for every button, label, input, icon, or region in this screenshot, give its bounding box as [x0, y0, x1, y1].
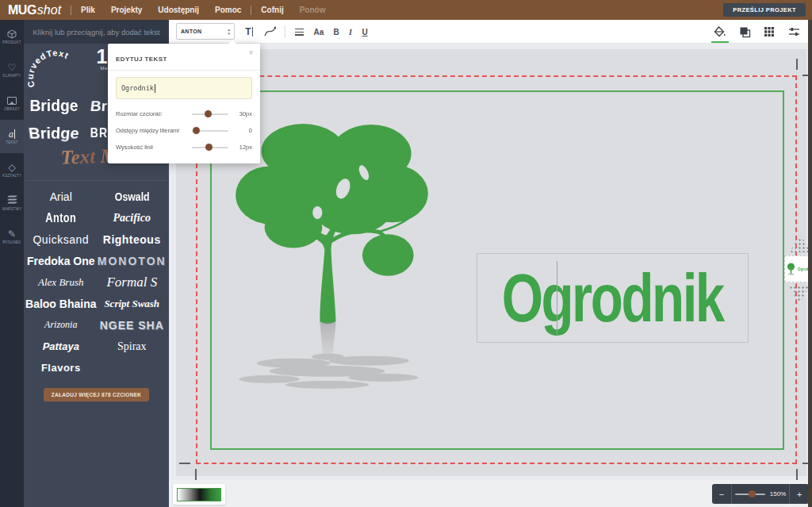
bold-button[interactable]: B [329, 24, 343, 40]
sidebar-item-ksztalty[interactable]: ◇ KSZTAŁTY [0, 153, 24, 186]
slider-thumb[interactable] [193, 127, 200, 134]
font-arial[interactable]: Arial [25, 186, 97, 207]
sidebar-item-rysunek[interactable]: ✎ RYSUNEK [0, 220, 24, 253]
font-fredoka-one[interactable]: Fredoka One [25, 250, 97, 271]
zoom-slider-thumb[interactable] [749, 490, 756, 497]
sidebar-item-kliparty[interactable]: ♡ KLIPARTY [0, 53, 24, 86]
curve-icon [264, 26, 276, 37]
menu-pomoc[interactable]: Pomoc [215, 6, 241, 14]
font-righteous[interactable]: Righteous [97, 229, 168, 250]
italic-button[interactable]: I [344, 24, 357, 40]
font-formal-script[interactable]: Formal S [97, 271, 168, 293]
line-height-slider[interactable] [192, 147, 228, 148]
image-icon [7, 95, 17, 106]
sidebar-item-obrazy[interactable]: OBRAZY [0, 86, 24, 120]
slider-thumb[interactable] [205, 144, 213, 151]
menu-projekty[interactable]: Projekty [111, 6, 142, 14]
settings-button[interactable] [787, 23, 801, 40]
edit-text-button[interactable]: T [240, 24, 258, 40]
panel-hint: Kliknij lub przeciągnij, aby dodać tekst [24, 20, 169, 44]
font-baloo-bhaina[interactable]: Baloo Bhaina [25, 293, 97, 314]
popup-title: EDYTUJ TEKST [116, 56, 167, 63]
logo-light: shot [37, 3, 61, 17]
zoom-level: 150% [770, 490, 786, 497]
font-size-slider[interactable] [192, 113, 228, 115]
selected-text-element[interactable]: Ogrodnik [477, 253, 749, 343]
slider-thumb[interactable] [205, 110, 212, 117]
font-ngee-sha[interactable]: NGEE SHA [97, 314, 168, 336]
font-select[interactable]: ANTON ▴▾ [176, 23, 235, 40]
canvas-footer: − 150% + [169, 480, 812, 507]
zoom-out-button[interactable]: − [712, 490, 731, 499]
font-script-swash[interactable]: Script Swash [97, 293, 168, 314]
logo-bold: MUG [8, 3, 36, 17]
font-flavors[interactable]: Flavors [25, 357, 97, 378]
text-icon: a [9, 129, 15, 139]
text-toolbar: ANTON ▴▾ T Aa B I U [169, 20, 812, 44]
undo-button[interactable]: Cofnij [261, 6, 283, 14]
sidebar-item-tekst[interactable]: a TEKST [0, 120, 24, 153]
letter-case-button[interactable]: Aa [310, 24, 327, 40]
letter-spacing-slider[interactable] [192, 130, 228, 132]
font-arizonia[interactable]: Arizonia [25, 314, 97, 336]
submit-project-button[interactable]: PRZEŚLIJ PROJEKT [723, 3, 806, 17]
zoom-slider[interactable] [735, 494, 765, 495]
letter-spacing-row: Odstępy między literami 0 [108, 122, 260, 139]
app-logo[interactable]: MUGshot [8, 3, 61, 17]
style-bridge-1[interactable]: Bridge [28, 96, 80, 115]
text-cursor-icon [252, 27, 253, 36]
zoom-control: − 150% + [712, 484, 809, 504]
paint-bucket-icon [714, 26, 726, 38]
font-oswald[interactable]: Oswald [103, 186, 161, 207]
curve-text-button[interactable] [261, 24, 278, 40]
style-bridge-3[interactable]: Bridge [24, 125, 84, 142]
drag-dots-bottom[interactable] [789, 286, 810, 302]
mini-tree-icon [787, 263, 795, 275]
sliders-icon [788, 26, 800, 37]
font-monoton[interactable]: MONOTON [97, 250, 168, 271]
underline-button[interactable]: U [358, 24, 372, 40]
load-more-fonts-button[interactable]: ZAŁADUJ WIĘCEJ 878 CZCIONEK [44, 388, 150, 401]
crop-mark [179, 463, 190, 464]
font-alex-brush[interactable]: Alex Brush [25, 271, 97, 293]
text-value-input[interactable]: Ogrodnik [116, 77, 252, 99]
font-spirax[interactable]: Spirax [97, 336, 168, 357]
design-canvas[interactable]: Ogrodnik Ogrodnik [169, 44, 812, 480]
mug-print-sheet: Ogrodnik Ogrodnik [176, 49, 806, 476]
line-height-row: Wysokość linii 12px [108, 139, 260, 156]
crop-mark [796, 59, 798, 70]
pencil-icon: ✎ [8, 229, 16, 239]
svg-text:CurvedText: CurvedText [27, 48, 71, 89]
font-anton[interactable]: Anton [33, 207, 90, 229]
cube-icon [7, 29, 17, 39]
sidebar-item-produkt[interactable]: PRODUKT [0, 20, 24, 53]
duplicate-icon [739, 26, 751, 38]
duplicate-button[interactable] [737, 23, 752, 40]
sidebar-item-warstwy[interactable]: WARSTWY [0, 186, 24, 220]
align-icon [295, 29, 304, 36]
zoom-in-button[interactable]: + [790, 490, 809, 499]
style-curved-text[interactable]: CurvedText [27, 45, 84, 96]
fill-color-button[interactable] [713, 23, 727, 40]
tree-reflection [239, 322, 418, 389]
canvas-tools [713, 20, 801, 44]
font-pacifico[interactable]: Pacifico [97, 207, 168, 229]
font-quicksand[interactable]: Quicksand [25, 229, 97, 250]
text-caret [557, 261, 557, 335]
heart-icon: ♡ [8, 62, 17, 72]
font-size-row: Rozmiar czcionki: 30px [108, 106, 260, 122]
layers-icon [8, 195, 17, 205]
font-pattaya[interactable]: Pattaya [25, 336, 97, 357]
menu-plik[interactable]: Plik [81, 6, 95, 14]
gradient-swatch[interactable] [173, 484, 225, 505]
close-icon[interactable]: × [249, 48, 254, 57]
page-scrollbar[interactable] [808, 20, 812, 507]
redo-button[interactable]: Ponów [300, 6, 326, 14]
divider [285, 25, 285, 38]
grid-icon [764, 26, 775, 37]
crop-mark [796, 469, 798, 480]
edit-text-popup: EDYTUJ TEKST × Ogrodnik Rozmiar czcionki… [108, 44, 260, 163]
menu-udostepnij[interactable]: Udostępnij [158, 6, 199, 14]
align-button[interactable] [291, 24, 307, 40]
grid-button[interactable] [762, 23, 776, 40]
